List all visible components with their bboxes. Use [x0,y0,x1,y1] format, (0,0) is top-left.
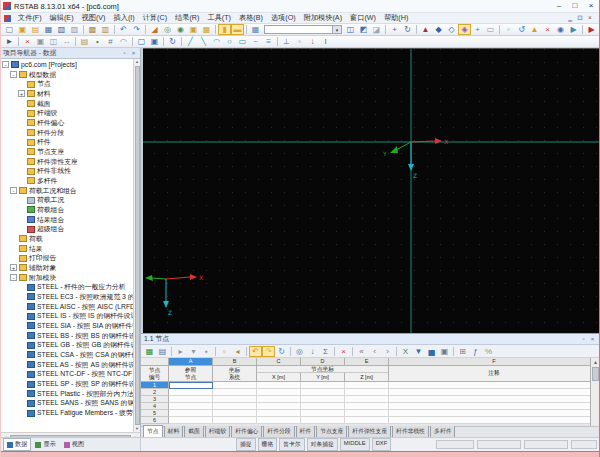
expander-icon[interactable]: + [10,264,17,271]
nav-prev-icon[interactable]: ‹ [368,346,381,357]
row-number[interactable]: 3 [141,396,169,403]
member-polyline-icon[interactable]: ╲ [197,36,210,47]
scroll-up-icon[interactable]: ▲ [135,59,139,65]
cell-reference-node[interactable] [169,417,213,424]
open-file-icon[interactable]: ▤ [29,24,42,35]
tree-steel-plastic[interactable]: STEEL Plastic - 按照部分内力法设 [1,389,133,399]
expander-icon[interactable] [18,129,25,136]
navtab-display[interactable]: 显示 [31,438,59,451]
snap-grid-icon[interactable]: ▦ [249,24,262,35]
scroll-up-icon[interactable]: ▲ [593,358,598,366]
scrollbar-thumb[interactable] [135,66,140,425]
find-icon[interactable]: ◎ [293,346,306,357]
expander-icon[interactable] [18,216,25,223]
navtab-views[interactable]: 视图 [60,438,88,451]
status-toggle[interactable]: 对象捕捉 [307,438,338,451]
results-icon[interactable]: ▲ [419,24,432,35]
ttab-sections[interactable]: 截面 [184,425,204,437]
column-letter[interactable]: F [389,358,600,366]
protractor-icon[interactable]: ◠ [117,36,130,47]
tree-nodes[interactable]: 节点 [1,79,133,89]
cell-z[interactable] [345,382,389,389]
cell-coordinate-system[interactable] [213,403,257,410]
delete-all-icon[interactable]: × [541,24,554,35]
expander-icon[interactable] [18,81,25,88]
menu-item[interactable]: 选项(O) [267,13,300,23]
expander-icon[interactable] [18,168,25,175]
mdi-close-icon[interactable]: × [585,14,595,22]
zoom-icon[interactable]: ◎ [161,24,174,35]
flag-red-icon[interactable]: ▶ [585,24,598,35]
tree-load-cases-group[interactable]: - 荷载工况和组合 [1,186,133,196]
move-icon[interactable]: + [388,24,401,35]
cell-comment[interactable] [389,396,600,403]
tree-model-data[interactable]: - 模型数据 [1,70,133,80]
tree-steel-as[interactable]: STEEL AS - 按照 AS 的钢杆件设计 [1,360,133,370]
percent-icon[interactable]: % [482,346,495,357]
mirror-icon[interactable]: ◫ [47,36,60,47]
expander-icon[interactable] [18,361,25,368]
cell-x[interactable] [257,389,301,396]
minimize-button[interactable]: – [551,0,567,13]
undo-icon[interactable]: ↶ [117,24,130,35]
tree-load-cases[interactable]: 荷载工况 [1,195,133,205]
stretch-icon[interactable]: ↔ [60,36,73,47]
tree-hinges[interactable]: 杆端铰 [1,108,133,118]
table-row[interactable]: 2 [141,389,600,396]
tree-divisions[interactable]: 杆件分段 [1,128,133,138]
expander-icon[interactable] [18,381,25,388]
combo-arrow-icon[interactable]: ▾ [332,26,341,33]
model-canvas[interactable]: X Y Z X Y Z [143,48,599,333]
pin-icon[interactable]: ▫ [579,336,588,342]
expander-icon[interactable] [18,158,25,165]
ttab-nodal-supports[interactable]: 节点支座 [316,425,347,437]
menu-item[interactable]: 视图(V) [78,13,110,23]
status-toggle[interactable]: 栅格 [258,438,278,451]
menu-item[interactable]: 附加模块(A) [300,13,346,23]
expander-icon[interactable] [18,342,25,349]
support-tool-icon[interactable]: ⊥ [280,36,293,47]
table-vertical-scrollbar[interactable]: ▲ [590,358,600,426]
cell-reference-node[interactable] [169,382,213,389]
tree-eccentricities[interactable]: 杆件偏心 [1,118,133,128]
cell-z[interactable] [345,389,389,396]
tree-steel-bs[interactable]: STEEL BS - 按照 BS 的钢杆件设计 [1,331,133,341]
column-letter[interactable]: D [301,358,345,366]
ttab-nodes[interactable]: 节点 [143,425,163,437]
tree-steel-fatigue[interactable]: STEEL Fatigue Members - 疲劳 [1,408,133,418]
rotate-view-icon[interactable]: ↺ [515,24,528,35]
tree-print-report[interactable]: 打印报告 [1,253,133,263]
tree-nonlinearities[interactable]: 杆件非线性 [1,166,133,176]
edit-icon[interactable]: ◢ [148,24,161,35]
share-icon[interactable]: ▶ [567,24,580,35]
menu-item[interactable]: 结果(R) [171,13,203,23]
table-graphic-icon[interactable]: ▦ [143,346,156,357]
copy-icon[interactable]: ▩ [86,24,99,35]
tree-results[interactable]: 结果 [1,244,133,254]
member-spline-icon[interactable]: ~ [249,36,262,47]
member-line-icon[interactable]: ╱ [184,36,197,47]
tree-addon-modules[interactable]: - 附加模块 [1,273,133,283]
hinge-tool-icon[interactable]: ◦ [293,36,306,47]
tree-steel-is[interactable]: STEEL IS - 按照 IS 的钢杆件设计 [1,311,133,321]
member-set-icon[interactable]: ≡ [262,36,275,47]
cell-coordinate-system[interactable] [213,389,257,396]
cell-coordinate-system[interactable] [213,417,257,424]
tree-steel-gb[interactable]: STEEL GB - 按照 GB 的钢杆件设计 [1,340,133,350]
expander-icon[interactable] [18,177,25,184]
expander-icon[interactable] [18,100,25,107]
expander-icon[interactable] [18,410,25,417]
regenerate-icon[interactable]: ↻ [166,36,179,47]
table-row[interactable]: 6 [141,417,600,424]
cell-x[interactable] [257,396,301,403]
status-toggle[interactable]: 笛卡尔 [279,438,304,451]
tree-member-sets[interactable]: 多杆件 [1,176,133,186]
tree-steel-aisc[interactable]: STEEL AISC - 按照 AISC (LRFD 或 [1,302,133,312]
nav-next-icon[interactable]: › [381,346,394,357]
cell-reference-node[interactable] [169,410,213,417]
ttab-members[interactable]: 杆件 [296,425,316,437]
comment-icon[interactable]: ▣ [187,24,200,35]
profile-tool-icon[interactable]: I [319,36,332,47]
expander-icon[interactable] [18,226,25,233]
pin-icon[interactable]: ▫ [120,50,129,56]
